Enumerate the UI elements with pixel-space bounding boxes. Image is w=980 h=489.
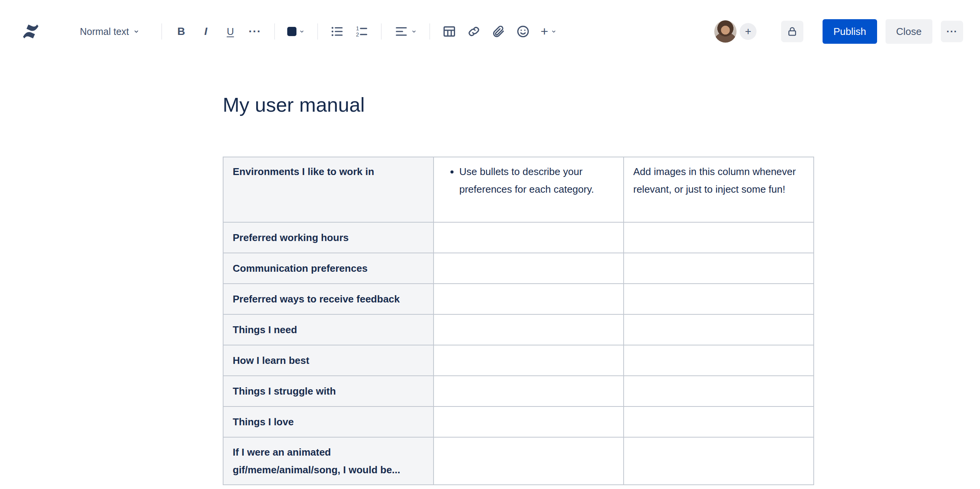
bold-button[interactable]: B — [171, 21, 192, 42]
add-collaborator-button[interactable]: + — [740, 23, 757, 40]
alignment-button[interactable] — [390, 21, 421, 42]
editor-toolbar: Normal text B I U ··· — [0, 0, 980, 63]
table-cell-empty[interactable] — [434, 222, 624, 253]
table-row: How I learn best — [223, 345, 814, 376]
table-row: Preferred working hours — [223, 222, 814, 253]
table-cell-label[interactable]: Communication preferences — [223, 253, 434, 284]
table-cell-label[interactable]: Things I need — [223, 314, 434, 345]
table-row: If I were an animated gif/meme/animal/so… — [223, 437, 814, 485]
table-row: Things I need — [223, 314, 814, 345]
user-manual-table: Environments I like to work in Use bulle… — [223, 157, 814, 485]
toolbar-divider — [317, 23, 318, 40]
table-cell-empty[interactable] — [434, 314, 624, 345]
table-cell-empty[interactable] — [624, 314, 814, 345]
svg-text:2: 2 — [356, 31, 359, 38]
more-formatting-button[interactable]: ··· — [244, 21, 266, 42]
table-cell-empty[interactable] — [434, 406, 624, 437]
table-row: Environments I like to work in Use bulle… — [223, 157, 814, 222]
emoji-icon — [516, 24, 530, 39]
table-cell-empty[interactable] — [624, 222, 814, 253]
close-button[interactable]: Close — [886, 19, 932, 44]
link-icon — [467, 24, 481, 39]
chevron-down-icon — [551, 28, 557, 35]
table-cell-label[interactable]: Preferred working hours — [223, 222, 434, 253]
table-cell-empty[interactable] — [434, 437, 624, 485]
table-cell-empty[interactable] — [624, 376, 814, 406]
confluence-logo-icon — [21, 21, 41, 41]
plus-icon: + — [745, 26, 751, 37]
text-color-button[interactable] — [283, 21, 309, 42]
bullet-list: Use bullets to describe your preferences… — [443, 163, 614, 198]
table-insert-button[interactable] — [439, 21, 460, 42]
table-cell-empty[interactable] — [624, 406, 814, 437]
table-cell-label[interactable]: Things I struggle with — [223, 376, 434, 406]
svg-text:1: 1 — [356, 25, 359, 31]
plus-icon: + — [541, 25, 548, 38]
paperclip-icon — [491, 24, 506, 39]
table-cell-label[interactable]: If I were an animated gif/meme/animal/so… — [223, 437, 434, 485]
table-cell-empty[interactable] — [624, 253, 814, 284]
bullet-list-icon — [330, 24, 344, 39]
table-row: Things I struggle with — [223, 376, 814, 406]
table-cell[interactable]: Use bullets to describe your preferences… — [434, 157, 624, 222]
user-avatar[interactable] — [714, 20, 737, 43]
underline-button[interactable]: U — [220, 21, 241, 42]
text-style-label: Normal text — [80, 26, 129, 37]
emoji-button[interactable] — [512, 21, 534, 42]
table-cell-empty[interactable] — [434, 253, 624, 284]
table-cell-empty[interactable] — [434, 345, 624, 376]
attachment-button[interactable] — [488, 21, 509, 42]
lock-icon — [786, 26, 798, 37]
chevron-down-icon — [299, 28, 305, 35]
table-cell-empty[interactable] — [624, 437, 814, 485]
insert-group: + — [439, 21, 561, 42]
table-cell-empty[interactable] — [434, 376, 624, 406]
insert-more-button[interactable]: + — [537, 21, 561, 42]
chevron-down-icon — [411, 28, 417, 35]
numbered-list-button[interactable]: 1 2 — [351, 21, 372, 42]
more-actions-button[interactable]: ··· — [941, 21, 963, 42]
table-row: Preferred ways to receive feedback — [223, 284, 814, 314]
editor-content: My user manual Environments I like to wo… — [0, 93, 980, 485]
toolbar-right-actions: + Publish Close ··· — [714, 19, 963, 44]
align-left-icon — [394, 24, 409, 39]
bullet-list-button[interactable] — [326, 21, 348, 42]
table-cell-empty[interactable] — [624, 345, 814, 376]
restrictions-button[interactable] — [781, 21, 803, 42]
table-row: Things I love — [223, 406, 814, 437]
text-style-dropdown[interactable]: Normal text — [76, 22, 144, 41]
italic-button[interactable]: I — [195, 21, 217, 42]
table-icon — [442, 24, 457, 39]
table-cell-empty[interactable] — [624, 284, 814, 314]
toolbar-divider — [161, 23, 162, 40]
confluence-logo[interactable] — [21, 21, 41, 41]
table-row: Communication preferences — [223, 253, 814, 284]
table-cell-label[interactable]: How I learn best — [223, 345, 434, 376]
table-cell-empty[interactable] — [434, 284, 624, 314]
color-swatch-icon — [287, 27, 296, 36]
toolbar-divider — [381, 23, 382, 40]
table-cell[interactable]: Add images in this column whenever relev… — [624, 157, 814, 222]
table-cell-label[interactable]: Environments I like to work in — [223, 157, 434, 222]
bullet-item: Use bullets to describe your preferences… — [459, 163, 614, 198]
toolbar-divider — [274, 23, 275, 40]
page-title[interactable]: My user manual — [223, 93, 980, 117]
publish-button[interactable]: Publish — [823, 19, 877, 44]
chevron-down-icon — [133, 28, 140, 35]
formatting-group: B I U ··· — [171, 21, 266, 42]
toolbar-divider — [429, 23, 430, 40]
table-cell-label[interactable]: Things I love — [223, 406, 434, 437]
numbered-list-icon: 1 2 — [354, 24, 369, 39]
table-cell-label[interactable]: Preferred ways to receive feedback — [223, 284, 434, 314]
list-group: 1 2 — [326, 21, 372, 42]
link-button[interactable] — [463, 21, 485, 42]
